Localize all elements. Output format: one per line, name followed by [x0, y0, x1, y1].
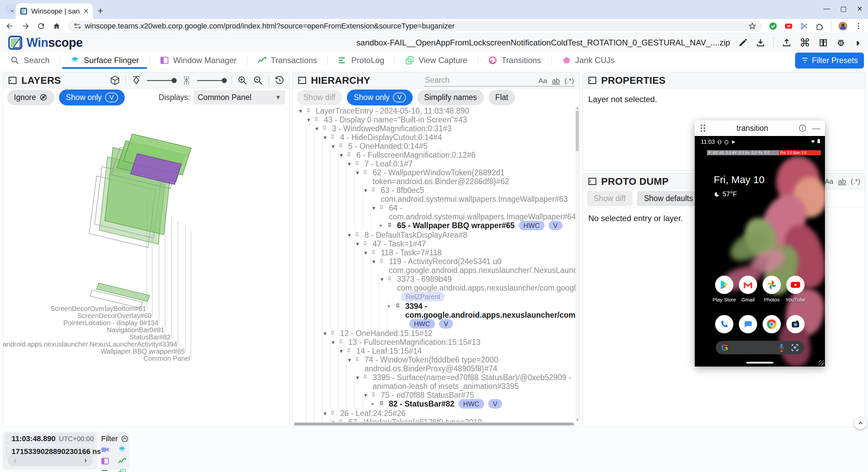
reload-icon[interactable]	[37, 22, 45, 31]
layer-rect-label[interactable]: ScreenDecorOverlayBottom#61	[51, 305, 146, 313]
expand-arrow-icon[interactable]: ▼	[331, 142, 336, 151]
app-youtube[interactable]: YouTube	[784, 276, 807, 302]
youtube-app-icon[interactable]	[786, 276, 805, 294]
tree-node[interactable]: •65 - Wallpaper BBQ wrapper#65HWCV	[293, 221, 575, 231]
tree-node[interactable]: ▼8 - DefaultTaskDisplayArea#8	[293, 231, 575, 239]
simplify-names-button[interactable]: Simplify names	[417, 90, 484, 105]
tree-node[interactable]: ▼5 - OneHanded:0:14#5	[293, 142, 575, 151]
collapse-panel-icon[interactable]	[588, 177, 597, 186]
pin-node-icon[interactable]	[362, 170, 368, 175]
pin-node-icon[interactable]	[362, 374, 368, 380]
expand-arrow-icon[interactable]: ▼	[314, 124, 319, 133]
phone-app-icon[interactable]	[715, 315, 733, 333]
drag-handle-icon[interactable]	[699, 124, 706, 133]
tree-node[interactable]: ▼62 - WallpaperWindowToken{28892d1 token…	[293, 168, 575, 186]
tree-node[interactable]: •3394 - com.google.android.apps.nexuslau…	[293, 302, 575, 329]
home-icon[interactable]	[52, 22, 61, 31]
show-only-toggle[interactable]: Show onlyV	[59, 90, 124, 105]
next-entry-button[interactable]: ›	[84, 456, 87, 465]
info-icon[interactable]	[798, 124, 807, 132]
layer-rect-label[interactable]: Common Panel	[143, 355, 190, 362]
tree-node[interactable]: ▼13 - FullscreenMagnification:15:15#13	[293, 338, 575, 347]
lens-icon[interactable]	[791, 344, 798, 351]
gmail-app-icon[interactable]	[739, 276, 757, 294]
pin-node-icon[interactable]	[371, 250, 376, 255]
layer-rect-label[interactable]: Wallpaper BBQ wrapper#65	[101, 348, 185, 355]
show-diff-button[interactable]: Show diff	[297, 90, 342, 105]
app-chrome[interactable]	[760, 315, 784, 333]
tree-node[interactable]: ▼12 - OneHanded:15:15#12	[293, 329, 575, 338]
pin-node-icon[interactable]	[338, 143, 343, 149]
tree-node[interactable]: ▼LayerTraceEntry - 2024-05-10, 11:03:48.…	[293, 106, 575, 115]
filter-trace-transactions-icon[interactable]	[118, 457, 129, 466]
pin-node-icon[interactable]	[322, 125, 327, 131]
tab-protolog[interactable]: ProtoLog	[328, 52, 394, 69]
expand-arrow-icon[interactable]: ▼	[306, 116, 311, 124]
minimize-window-icon[interactable]: —	[812, 123, 820, 133]
filter-trace-protolog-icon[interactable]	[101, 468, 112, 472]
layer-rect-label[interactable]: islauncher/com.google.android.apps.nexus…	[3, 340, 177, 348]
tree-node[interactable]: ▼3373 - 6989b49 com.google.android.apps.…	[293, 275, 575, 302]
show-only-toggle[interactable]: Show onlyV	[347, 90, 412, 105]
app-playstore[interactable]: Play Store	[712, 276, 736, 302]
filter-trace-window-icon[interactable]	[101, 457, 112, 466]
layer-rect-label[interactable]: ScreenDecorOverlay#60	[77, 312, 152, 320]
regex-toggle[interactable]: (.*)	[851, 177, 860, 185]
pin-node-icon[interactable]	[371, 187, 376, 193]
spacing-slider[interactable]	[197, 80, 226, 81]
url-bar[interactable]: winscope.teams.x20web.corp.google.com/pr…	[68, 21, 762, 31]
tree-node[interactable]: ▼74 - WindowToken{fdddbe6 type=2000 andr…	[293, 355, 575, 373]
pin-node-icon[interactable]	[346, 348, 352, 353]
transition-preview-window[interactable]: transition — 11:03	[695, 120, 825, 367]
tree-node[interactable]: ▼63 - 8fb0ec5 com.android.systemui.wallp…	[293, 186, 575, 203]
layer-rect-label[interactable]: PointerLocation - display 0#134	[63, 319, 158, 327]
pin-node-icon[interactable]	[387, 222, 392, 228]
match-case-toggle[interactable]: Aa	[825, 177, 833, 185]
app-camera[interactable]	[784, 315, 807, 333]
hierarchy-vertical-scrollbar[interactable]: ▲ ▼	[575, 106, 579, 421]
show-diff-button[interactable]: Show diff	[587, 191, 632, 206]
tree-node[interactable]: ▼64 - com.android.systemui.wallpapers.Im…	[293, 203, 575, 221]
tab-transactions[interactable]: Transactions	[247, 52, 328, 69]
tab-transitions[interactable]: Transitions	[478, 52, 551, 69]
show-defaults-button[interactable]: Show defaults	[637, 191, 699, 206]
reset-view-icon[interactable]	[274, 75, 284, 85]
expand-arrow-icon[interactable]: ▼	[363, 391, 368, 400]
pin-node-icon[interactable]	[314, 117, 319, 122]
tree-node[interactable]: ▼14 - Leaf:15:15#14	[293, 347, 575, 355]
regex-toggle[interactable]: (.*)	[565, 77, 574, 85]
site-settings-icon[interactable]	[73, 22, 81, 30]
report-bug-icon[interactable]	[836, 38, 846, 47]
tree-node[interactable]: ▼3395 - Surface(name=ed70f88 StatusBar)/…	[293, 373, 575, 391]
pin-node-icon[interactable]	[354, 161, 360, 166]
expand-arrow-icon[interactable]: ▼	[363, 249, 368, 257]
messages-app-icon[interactable]	[739, 315, 757, 333]
pin-node-icon[interactable]	[346, 152, 352, 157]
ignore-button[interactable]: Ignore	[7, 90, 54, 105]
tab-jank-cujs[interactable]: Jank CUJs	[552, 52, 625, 69]
expand-arrow-icon[interactable]: ▼	[331, 338, 336, 347]
forward-icon[interactable]	[21, 22, 30, 31]
tree-node[interactable]: ▼67 - WindowToken{e5176f9 type=2019 andr…	[293, 418, 575, 422]
window-minimize-icon[interactable]: —	[823, 5, 830, 13]
match-word-toggle[interactable]: ab	[838, 177, 846, 185]
expand-arrow-icon[interactable]: ▼	[322, 133, 328, 142]
expand-arrow-icon[interactable]: ▼	[347, 160, 352, 169]
rotation-slider[interactable]	[147, 80, 176, 81]
tree-node[interactable]: ▼26 - Leaf:24:25#26	[293, 409, 575, 418]
tab-search[interactable]: Search	[0, 52, 60, 69]
expand-arrow-icon[interactable]: ▼	[339, 151, 344, 160]
rotation-icon[interactable]	[131, 75, 141, 85]
dark-mode-toggle-icon[interactable]: ◑	[854, 37, 860, 48]
filter-trace-videocam-icon[interactable]	[101, 445, 112, 454]
app-messages[interactable]	[736, 315, 760, 333]
tree-node[interactable]: ▼6 - FullscreenMagnification:0:12#6	[293, 151, 575, 159]
tree-node[interactable]: ▼75 - ed70f88 StatusBar#75	[293, 391, 575, 399]
pin-node-icon[interactable]	[305, 108, 311, 113]
expand-arrow-icon[interactable]: ▼	[322, 329, 328, 338]
app-photos[interactable]: Photos	[760, 276, 784, 302]
app-phone[interactable]	[712, 315, 736, 333]
match-word-toggle[interactable]: ab	[552, 77, 560, 85]
back-icon[interactable]	[5, 22, 14, 31]
layer-rect-label[interactable]: StatusBar#82	[130, 333, 171, 341]
